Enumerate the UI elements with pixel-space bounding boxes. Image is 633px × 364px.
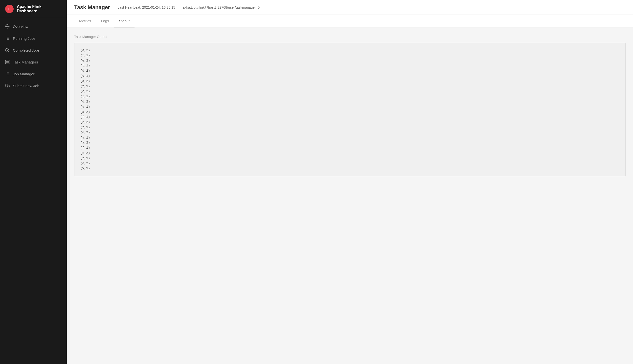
sidebar-nav: Overview Running Jobs (0, 18, 67, 94)
sidebar: F Apache Flink Dashboard Overview (0, 0, 67, 364)
sidebar-item-completed-jobs[interactable]: Completed Jobs (0, 44, 67, 56)
page-title: Task Manager (74, 4, 110, 10)
list-icon (5, 36, 10, 41)
tab-logs[interactable]: Logs (96, 15, 114, 28)
sidebar-item-running-jobs[interactable]: Running Jobs (0, 32, 67, 44)
output-label: Task Manager Output (74, 35, 625, 39)
tabs-bar: Metrics Logs Stdout (67, 15, 633, 28)
sidebar-item-task-managers[interactable]: Task Managers (0, 56, 67, 68)
stdout-output: (a,2) (f,1) (e,2) (t,1) (d,2) (v,1) (a,2… (74, 43, 625, 176)
content-area: Task Manager Output (a,2) (f,1) (e,2) (t… (67, 28, 633, 364)
svg-text:F: F (9, 7, 11, 11)
sidebar-header: F Apache Flink Dashboard (0, 0, 67, 18)
list-alt-icon (5, 71, 10, 76)
sidebar-item-task-managers-label: Task Managers (13, 60, 38, 64)
svg-rect-11 (6, 62, 10, 64)
globe-icon (5, 24, 10, 29)
sidebar-item-running-jobs-label: Running Jobs (13, 36, 36, 40)
servers-icon (5, 60, 10, 64)
heartbeat-info: Last Heartbeat: 2021-01-24, 16:36:15 (117, 6, 175, 10)
svg-rect-10 (6, 60, 10, 62)
upload-icon (5, 83, 10, 88)
akka-info: akka.tcp://flink@host2:32768/user/taskma… (183, 6, 260, 10)
sidebar-item-job-manager[interactable]: Job Manager (0, 68, 67, 80)
sidebar-item-submit-job-label: Submit new Job (13, 84, 39, 88)
sidebar-item-submit-job[interactable]: Submit new Job (0, 80, 67, 92)
check-circle-icon (5, 48, 10, 52)
tab-metrics[interactable]: Metrics (74, 15, 96, 28)
sidebar-item-overview[interactable]: Overview (0, 20, 67, 32)
page-header: Task Manager Last Heartbeat: 2021-01-24,… (67, 0, 633, 15)
tab-stdout[interactable]: Stdout (114, 15, 134, 28)
sidebar-item-overview-label: Overview (13, 24, 29, 29)
sidebar-item-completed-jobs-label: Completed Jobs (13, 48, 40, 52)
main-content: Task Manager Last Heartbeat: 2021-01-24,… (67, 0, 633, 364)
flink-logo: F (5, 4, 14, 13)
app-title: Apache Flink Dashboard (17, 4, 62, 13)
sidebar-item-job-manager-label: Job Manager (13, 72, 35, 76)
